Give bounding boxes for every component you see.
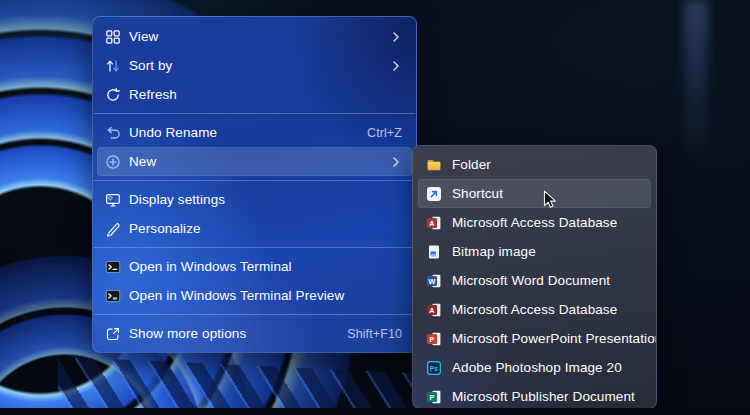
context-menu: View Sort by bbox=[92, 16, 417, 353]
display-settings-icon bbox=[105, 192, 121, 208]
submenu-item-photoshop-image[interactable]: Ps Adobe Photoshop Image 20 bbox=[418, 353, 651, 382]
chevron-right-icon bbox=[390, 60, 402, 72]
personalize-brush-icon bbox=[105, 221, 121, 237]
svg-text:P: P bbox=[430, 392, 435, 401]
menu-item-sort-by[interactable]: Sort by bbox=[97, 51, 412, 80]
menu-item-open-windows-terminal-preview[interactable]: Open in Windows Terminal Preview bbox=[97, 281, 412, 310]
menu-item-label: View bbox=[129, 29, 158, 44]
submenu-item-word-document[interactable]: W Microsoft Word Document bbox=[418, 266, 651, 295]
chevron-right-icon bbox=[390, 31, 402, 43]
menu-item-label: Show more options bbox=[129, 326, 246, 341]
menu-item-open-windows-terminal[interactable]: Open in Windows Terminal bbox=[97, 252, 412, 281]
menu-separator bbox=[94, 113, 415, 114]
shortcut-arrow-icon bbox=[426, 186, 442, 202]
menu-item-new[interactable]: New bbox=[97, 147, 412, 176]
svg-text:P: P bbox=[430, 334, 435, 343]
submenu-item-label: Shortcut bbox=[452, 186, 503, 201]
sort-arrows-icon bbox=[105, 58, 121, 74]
menu-separator bbox=[94, 247, 415, 248]
menu-item-label: Personalize bbox=[129, 221, 201, 236]
submenu-item-label: Folder bbox=[452, 157, 491, 172]
folder-icon bbox=[426, 157, 442, 173]
desktop: View Sort by bbox=[0, 0, 750, 415]
submenu-item-label: Microsoft PowerPoint Presentation bbox=[452, 331, 657, 346]
terminal-preview-icon bbox=[105, 288, 121, 304]
bitmap-image-icon bbox=[426, 244, 442, 260]
chevron-right-icon bbox=[390, 156, 402, 168]
powerpoint-file-icon: P bbox=[426, 331, 442, 347]
menu-item-label: New bbox=[129, 154, 156, 169]
submenu-item-publisher-document[interactable]: P Microsoft Publisher Document bbox=[418, 382, 651, 409]
undo-icon bbox=[105, 125, 121, 141]
wallpaper-glow bbox=[684, 0, 708, 160]
refresh-icon bbox=[105, 87, 121, 103]
submenu-item-label: Microsoft Word Document bbox=[452, 273, 610, 288]
photoshop-file-icon: Ps bbox=[426, 360, 442, 376]
menu-item-refresh[interactable]: Refresh bbox=[97, 80, 412, 109]
menu-item-label: Refresh bbox=[129, 87, 177, 102]
terminal-icon bbox=[105, 259, 121, 275]
submenu-item-access-database[interactable]: A Microsoft Access Database bbox=[418, 208, 651, 237]
submenu-item-label: Microsoft Access Database bbox=[452, 215, 617, 230]
submenu-item-label: Adobe Photoshop Image 20 bbox=[452, 360, 622, 375]
menu-item-view[interactable]: View bbox=[97, 22, 412, 51]
submenu-item-label: Microsoft Publisher Document bbox=[452, 389, 635, 404]
new-submenu: Folder Shortcut A Microsoft Access Datab… bbox=[412, 145, 657, 409]
menu-separator bbox=[94, 314, 415, 315]
menu-item-personalize[interactable]: Personalize bbox=[97, 214, 412, 243]
submenu-item-shortcut[interactable]: Shortcut bbox=[418, 179, 651, 208]
shortcut-key-label: Shift+F10 bbox=[347, 327, 402, 341]
access-file-icon-2: A bbox=[426, 302, 442, 318]
menu-item-label: Display settings bbox=[129, 192, 225, 207]
menu-item-label: Open in Windows Terminal bbox=[129, 259, 292, 274]
show-more-options-icon bbox=[105, 326, 121, 342]
publisher-file-icon: P bbox=[426, 389, 442, 405]
submenu-item-powerpoint-presentation[interactable]: P Microsoft PowerPoint Presentation bbox=[418, 324, 651, 353]
menu-item-label: Sort by bbox=[129, 58, 172, 73]
submenu-item-bitmap-image[interactable]: Bitmap image bbox=[418, 237, 651, 266]
menu-item-display-settings[interactable]: Display settings bbox=[97, 185, 412, 214]
menu-item-undo-rename[interactable]: Undo Rename Ctrl+Z bbox=[97, 118, 412, 147]
menu-item-show-more-options[interactable]: Show more options Shift+F10 bbox=[97, 319, 412, 348]
svg-text:A: A bbox=[429, 305, 434, 314]
word-file-icon: W bbox=[426, 273, 442, 289]
shortcut-key-label: Ctrl+Z bbox=[367, 126, 402, 140]
submenu-item-label: Microsoft Access Database bbox=[452, 302, 617, 317]
menu-separator bbox=[94, 180, 415, 181]
view-grid-icon bbox=[105, 29, 121, 45]
svg-text:A: A bbox=[429, 218, 434, 227]
new-plus-icon bbox=[105, 154, 121, 170]
svg-text:W: W bbox=[429, 276, 436, 285]
svg-text:Ps: Ps bbox=[430, 364, 438, 371]
taskbar-edge bbox=[0, 408, 750, 415]
access-file-icon: A bbox=[426, 215, 442, 231]
submenu-item-label: Bitmap image bbox=[452, 244, 536, 259]
menu-item-label: Open in Windows Terminal Preview bbox=[129, 288, 344, 303]
submenu-item-access-database-2[interactable]: A Microsoft Access Database bbox=[418, 295, 651, 324]
menu-item-label: Undo Rename bbox=[129, 125, 217, 140]
submenu-item-folder[interactable]: Folder bbox=[418, 150, 651, 179]
